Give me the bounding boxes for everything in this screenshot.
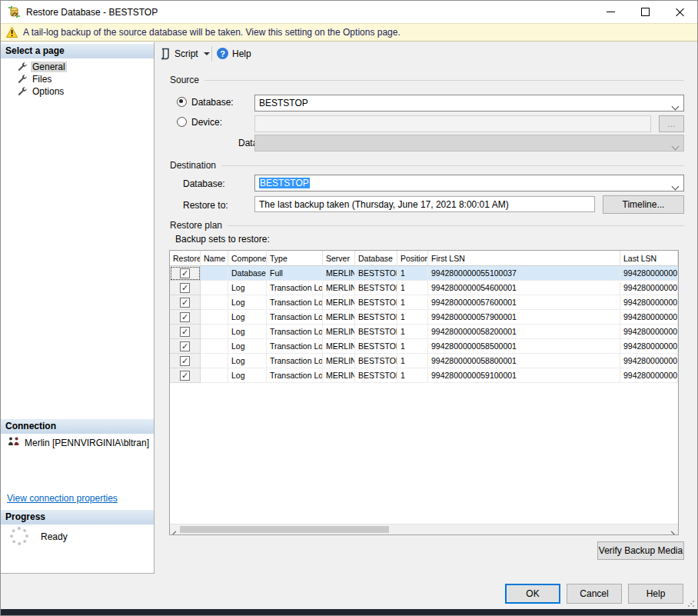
table-header-row: Restore Name Component Type Server Datab… (170, 251, 678, 266)
server-connection-icon (8, 436, 21, 447)
type-cell: Transaction Log (267, 281, 323, 295)
last-lsn-cell: 9942800000005 (620, 368, 678, 383)
sidebar-item-label[interactable]: General (31, 62, 67, 72)
script-dropdown-icon[interactable] (204, 52, 210, 55)
close-button[interactable] (663, 1, 697, 23)
position-cell: 1 (397, 368, 428, 383)
source-database-radio[interactable] (177, 97, 187, 107)
restore-cell[interactable]: ✓ (170, 325, 201, 339)
sidebar-item-general[interactable]: General (1, 61, 154, 73)
table-row[interactable]: ✓ Log Transaction Log MERLIN BESTSTOP 1 … (170, 295, 678, 310)
restore-database-dialog: Restore Database - BESTSTOP A tail-log b… (0, 0, 698, 616)
group-divider (204, 80, 684, 81)
sidebar-item-files[interactable]: Files (1, 73, 154, 85)
device-browse-button[interactable]: ... (659, 115, 684, 132)
type-cell: Full (267, 266, 323, 281)
checkbox-checked-icon[interactable]: ✓ (180, 312, 190, 322)
checkbox-checked-icon[interactable]: ✓ (180, 327, 190, 337)
server-cell: MERLIN (323, 354, 355, 368)
help-button[interactable]: Help (628, 584, 683, 604)
checkbox-checked-icon[interactable]: ✓ (180, 356, 190, 366)
server-cell: MERLIN (323, 266, 355, 281)
destination-database-combo[interactable]: BESTSTOP (254, 175, 684, 191)
restore-cell[interactable]: ✓ (170, 310, 201, 325)
position-cell: 1 (397, 354, 428, 368)
chevron-down-icon[interactable] (673, 101, 678, 112)
minimize-button[interactable] (593, 1, 628, 23)
last-lsn-cell: 9942800000005 (620, 339, 678, 354)
first-lsn-cell: 9942800000058200001 (428, 325, 620, 339)
position-cell: 1 (397, 266, 428, 281)
checkbox-checked-icon[interactable]: ✓ (180, 283, 190, 293)
database-cell: BESTSTOP (355, 354, 397, 368)
source-device-radio[interactable] (177, 117, 187, 127)
restore-cell[interactable]: ✓ (170, 281, 201, 295)
restore-cell[interactable]: ✓ (170, 354, 201, 368)
restore-cell[interactable]: ✓ (170, 368, 201, 383)
scroll-right-icon[interactable] (669, 527, 675, 533)
component-cell: Log (228, 354, 267, 368)
name-cell (201, 266, 228, 281)
restore-cell[interactable]: ✓ (170, 295, 201, 310)
column-header-server[interactable]: Server (323, 251, 355, 266)
cancel-button[interactable]: Cancel (567, 584, 622, 604)
table-row[interactable]: ✓ Log Transaction Log MERLIN BESTSTOP 1 … (170, 339, 678, 354)
source-device-label: Device: (191, 117, 222, 128)
chevron-down-icon[interactable] (673, 181, 678, 191)
column-header-restore[interactable]: Restore (170, 251, 201, 266)
scrollbar-thumb[interactable] (180, 526, 389, 533)
table-row[interactable]: ✓ Database Full MERLIN BESTSTOP 1 994280… (170, 266, 678, 281)
checkbox-checked-icon[interactable]: ✓ (180, 371, 190, 381)
group-divider (228, 225, 684, 226)
warning-text: A tail-log backup of the source database… (23, 27, 401, 38)
minimize-icon (607, 12, 615, 12)
table-row[interactable]: ✓ Log Transaction Log MERLIN BESTSTOP 1 … (170, 325, 678, 339)
table-row[interactable]: ✓ Log Transaction Log MERLIN BESTSTOP 1 … (170, 310, 678, 325)
first-lsn-cell: 9942800000055100037 (428, 266, 620, 281)
table-row[interactable]: ✓ Log Transaction Log MERLIN BESTSTOP 1 … (170, 368, 678, 383)
scroll-left-icon[interactable] (173, 527, 179, 533)
horizontal-scrollbar[interactable] (170, 524, 678, 534)
timeline-button[interactable]: Timeline... (603, 195, 684, 214)
last-lsn-cell: 9942800000005 (620, 310, 678, 325)
restore-to-input: The last backup taken (Thursday, June 17… (254, 196, 595, 212)
name-cell (201, 325, 228, 339)
title-bar[interactable]: Restore Database - BESTSTOP (1, 1, 697, 23)
chevron-down-icon (673, 141, 678, 152)
column-header-last-lsn[interactable]: Last LSN (620, 251, 678, 266)
table-row[interactable]: ✓ Log Transaction Log MERLIN BESTSTOP 1 … (170, 281, 678, 295)
maximize-button[interactable] (628, 1, 663, 23)
connection-server: Merlin [PENNVIRGINIA\bltran] (25, 438, 149, 448)
connection-header: Connection (1, 419, 154, 434)
checkbox-checked-icon[interactable]: ✓ (180, 298, 190, 308)
database-cell: BESTSTOP (355, 368, 397, 383)
warning-icon (6, 27, 18, 38)
ok-button[interactable]: OK (505, 584, 560, 604)
sidebar-item-label[interactable]: Options (31, 86, 65, 97)
column-header-name[interactable]: Name (201, 251, 228, 266)
resize-grip[interactable] (687, 600, 695, 608)
restore-cell[interactable]: ✓ (170, 339, 201, 354)
sidebar-item-options[interactable]: Options (1, 85, 154, 98)
column-header-type[interactable]: Type (267, 251, 323, 266)
toolbar-help-button[interactable]: ? Help (217, 45, 251, 62)
type-cell: Transaction Log (267, 354, 323, 368)
column-header-first-lsn[interactable]: First LSN (428, 251, 620, 266)
checkbox-checked-icon[interactable]: ✓ (180, 268, 190, 278)
last-lsn-cell: 9942800000005 (620, 281, 678, 295)
sidebar-item-label[interactable]: Files (31, 74, 53, 85)
source-database-combo[interactable]: BESTSTOP (254, 95, 684, 112)
destination-group: Destination (170, 160, 684, 171)
destination-database-value: BESTSTOP (259, 178, 310, 188)
view-connection-properties-link[interactable]: View connection properties (7, 493, 118, 504)
checkbox-checked-icon[interactable]: ✓ (180, 341, 190, 351)
column-header-database[interactable]: Database (355, 251, 397, 266)
script-button[interactable]: Script (159, 45, 210, 62)
column-header-position[interactable]: Position (397, 251, 428, 266)
column-header-component[interactable]: Component (228, 251, 267, 266)
table-row[interactable]: ✓ Log Transaction Log MERLIN BESTSTOP 1 … (170, 354, 678, 368)
restore-cell[interactable]: ✓ (170, 266, 201, 281)
server-cell: MERLIN (323, 310, 355, 325)
restore-to-label: Restore to: (183, 200, 228, 211)
verify-backup-media-button[interactable]: Verify Backup Media (597, 541, 684, 560)
